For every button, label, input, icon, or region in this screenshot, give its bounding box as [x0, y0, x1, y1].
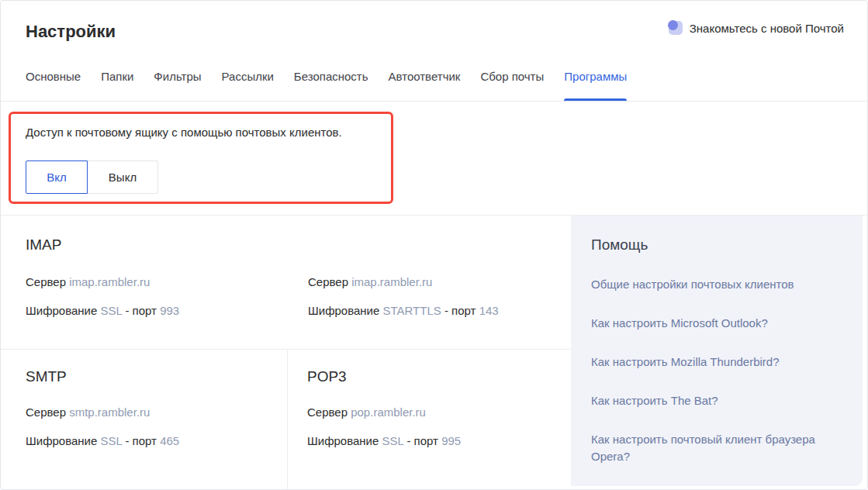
tab-filtry[interactable]: Фильтры	[154, 71, 201, 101]
help-link-thunderbird[interactable]: Как настроить Mozilla Thunderbird?	[591, 354, 841, 371]
access-description: Доступ к почтовому ящику с помощью почто…	[26, 125, 842, 140]
imap-card: IMAP Сервер imap.rambler.ru Шифрование S…	[1, 216, 571, 350]
settings-tabs: Основные Папки Фильтры Рассылки Безопасн…	[1, 71, 867, 102]
mail-clients-access-section: Доступ к почтовому ящику с помощью почто…	[1, 102, 867, 216]
imap-server-line: Сервер imap.rambler.ru	[308, 274, 499, 289]
smtp-title: SMTP	[26, 368, 262, 386]
smtp-pop3-row: SMTP Сервер smtp.rambler.ru Шифрование S…	[1, 350, 571, 489]
server-label: Сервер	[26, 275, 66, 288]
pop3-encryption-value: SSL	[382, 434, 403, 447]
server-label: Сервер	[308, 275, 348, 288]
imap-encryption-value: STARTTLS	[382, 304, 441, 317]
imap-encryption-line: Шифрование STARTTLS - порт 143	[308, 303, 499, 318]
access-on-button[interactable]: Вкл	[26, 160, 88, 194]
tab-programmy[interactable]: Программы	[564, 71, 627, 101]
imap-server-value: imap.rambler.ru	[69, 275, 150, 288]
access-toggle-group: Вкл Выкл	[26, 160, 842, 194]
protocol-cards: IMAP Сервер imap.rambler.ru Шифрование S…	[1, 216, 571, 489]
imap-encryption-value: SSL	[100, 304, 122, 317]
help-sidebar: Помощь Общие настройки почтовых клиентов…	[571, 216, 863, 486]
port-label: - порт	[125, 304, 157, 317]
pop3-server-line: Сервер pop.rambler.ru	[307, 405, 571, 419]
access-off-button[interactable]: Выкл	[87, 160, 158, 194]
smtp-port-value: 465	[160, 434, 179, 447]
tab-bezopasnost[interactable]: Безопасность	[294, 71, 368, 101]
help-link-outlook[interactable]: Как настроить Microsoft Outlook?	[591, 315, 841, 332]
pop3-title: POP3	[307, 368, 571, 386]
header: Настройки Знакомьтесь с новой Почтой	[1, 1, 867, 43]
pop3-encryption-line: Шифрование SSL - порт 995	[307, 433, 571, 448]
imap-title: IMAP	[26, 236, 546, 254]
server-label: Сервер	[26, 405, 66, 419]
imap-columns: Сервер imap.rambler.ru Шифрование SSL - …	[26, 274, 546, 318]
pop3-card: POP3 Сервер pop.rambler.ru Шифрование SS…	[288, 350, 571, 489]
imap-column-ssl: Сервер imap.rambler.ru Шифрование SSL - …	[26, 274, 308, 318]
help-links: Общие настройки почтовых клиентов Как на…	[591, 276, 841, 465]
port-label: - порт	[444, 304, 476, 317]
encryption-label: Шифрование	[26, 434, 97, 447]
pop3-port-value: 995	[441, 434, 461, 447]
smtp-encryption-value: SSL	[100, 434, 122, 447]
smtp-server-value: smtp.rambler.ru	[69, 405, 150, 419]
imap-column-starttls: Сервер imap.rambler.ru Шифрование STARTT…	[308, 274, 499, 318]
smtp-card: SMTP Сервер smtp.rambler.ru Шифрование S…	[1, 350, 288, 489]
new-mail-dot-icon	[669, 21, 683, 35]
settings-page: Настройки Знакомьтесь с новой Почтой Осн…	[0, 0, 868, 490]
tab-rassylki[interactable]: Рассылки	[222, 71, 274, 101]
imap-port-value: 143	[479, 304, 499, 317]
tab-sbor-pochty[interactable]: Сбор почты	[480, 71, 544, 101]
help-link-general-settings[interactable]: Общие настройки почтовых клиентов	[591, 276, 841, 293]
pop3-server-value: pop.rambler.ru	[351, 405, 426, 419]
imap-server-value: imap.rambler.ru	[351, 275, 432, 288]
main-content: IMAP Сервер imap.rambler.ru Шифрование S…	[1, 216, 867, 489]
new-mail-promo-link[interactable]: Знакомьтесь с новой Почтой	[669, 21, 844, 35]
help-title: Помощь	[591, 236, 841, 254]
encryption-label: Шифрование	[307, 434, 379, 447]
pop3-body: Сервер pop.rambler.ru Шифрование SSL - п…	[307, 405, 571, 448]
imap-encryption-line: Шифрование SSL - порт 993	[26, 303, 308, 318]
encryption-label: Шифрование	[26, 304, 97, 317]
smtp-encryption-line: Шифрование SSL - порт 465	[26, 433, 262, 448]
port-label: - порт	[125, 434, 157, 447]
help-link-the-bat[interactable]: Как настроить The Bat?	[591, 392, 841, 409]
tab-osnovnye[interactable]: Основные	[26, 71, 81, 101]
encryption-label: Шифрование	[308, 304, 379, 317]
smtp-server-line: Сервер smtp.rambler.ru	[26, 405, 262, 419]
smtp-body: Сервер smtp.rambler.ru Шифрование SSL - …	[26, 405, 262, 448]
imap-server-line: Сервер imap.rambler.ru	[26, 274, 308, 289]
help-link-opera[interactable]: Как настроить почтовый клиент браузера O…	[591, 431, 841, 465]
server-label: Сервер	[307, 405, 348, 419]
port-label: - порт	[406, 434, 438, 447]
tab-papki[interactable]: Папки	[101, 71, 133, 101]
imap-port-value: 993	[160, 304, 179, 317]
new-mail-promo-label: Знакомьтесь с новой Почтой	[690, 22, 844, 35]
tab-avtootvetchik[interactable]: Автоответчик	[389, 71, 461, 101]
